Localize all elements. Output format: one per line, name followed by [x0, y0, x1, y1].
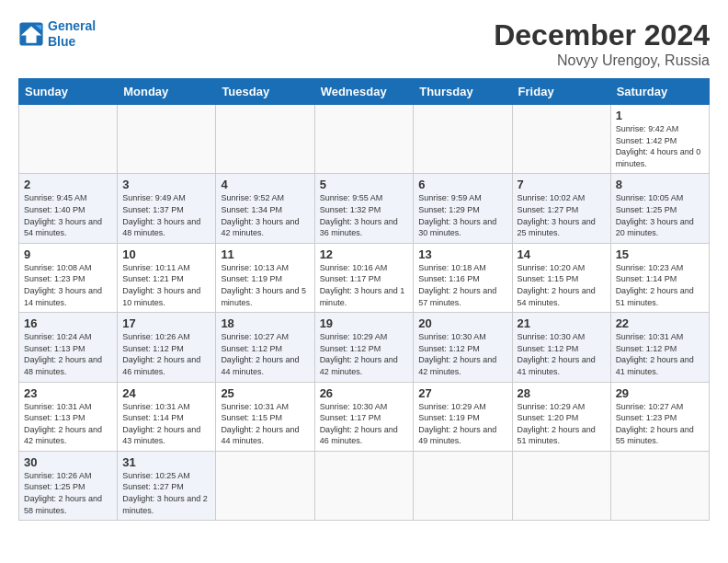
- day-of-week-header: Wednesday: [314, 79, 414, 105]
- day-info: Sunrise: 10:31 AMSunset: 1:13 PMDaylight…: [24, 401, 112, 447]
- day-info: Sunrise: 9:55 AMSunset: 1:32 PMDaylight:…: [320, 192, 409, 238]
- calendar-week-row: 16Sunrise: 10:24 AMSunset: 1:13 PMDaylig…: [19, 313, 710, 382]
- day-number: 5: [320, 178, 409, 191]
- calendar-cell: [216, 451, 314, 520]
- day-number: 27: [418, 386, 506, 400]
- calendar-cell: 16Sunrise: 10:24 AMSunset: 1:13 PMDaylig…: [19, 313, 118, 382]
- calendar-cell: 18Sunrise: 10:27 AMSunset: 1:12 PMDaylig…: [216, 313, 314, 382]
- day-number: 11: [221, 247, 309, 261]
- calendar-cell: 8Sunrise: 10:05 AMSunset: 1:25 PMDayligh…: [610, 174, 709, 243]
- day-info: Sunrise: 9:49 AMSunset: 1:37 PMDaylight:…: [122, 192, 210, 238]
- day-info: Sunrise: 9:42 AMSunset: 1:42 PMDaylight:…: [616, 123, 704, 169]
- day-info: Sunrise: 10:29 AMSunset: 1:19 PMDaylight…: [418, 401, 506, 447]
- day-number: 2: [24, 178, 112, 191]
- day-number: 9: [24, 247, 112, 261]
- calendar-cell: 2Sunrise: 9:45 AMSunset: 1:40 PMDaylight…: [19, 174, 118, 243]
- calendar-cell: 29Sunrise: 10:27 AMSunset: 1:23 PMDaylig…: [610, 382, 709, 451]
- calendar-cell: 31Sunrise: 10:25 AMSunset: 1:27 PMDaylig…: [118, 451, 216, 520]
- calendar-cell: 24Sunrise: 10:31 AMSunset: 1:14 PMDaylig…: [118, 382, 216, 451]
- day-of-week-header: Tuesday: [216, 79, 314, 105]
- day-info: Sunrise: 9:45 AMSunset: 1:40 PMDaylight:…: [24, 192, 112, 238]
- day-info: Sunrise: 10:30 AMSunset: 1:12 PMDaylight…: [518, 331, 606, 377]
- calendar-cell: [512, 451, 610, 520]
- day-number: 20: [418, 316, 506, 330]
- calendar-cell: 7Sunrise: 10:02 AMSunset: 1:27 PMDayligh…: [512, 174, 610, 243]
- day-info: Sunrise: 10:31 AMSunset: 1:14 PMDaylight…: [122, 401, 210, 447]
- calendar-cell: 9Sunrise: 10:08 AMSunset: 1:23 PMDayligh…: [19, 243, 118, 312]
- day-number: 17: [122, 316, 210, 330]
- calendar-cell: 26Sunrise: 10:30 AMSunset: 1:17 PMDaylig…: [314, 382, 414, 451]
- calendar-cell: 13Sunrise: 10:18 AMSunset: 1:16 PMDaylig…: [414, 243, 512, 312]
- day-info: Sunrise: 10:29 AMSunset: 1:12 PMDaylight…: [320, 331, 409, 377]
- calendar-cell: [314, 105, 414, 174]
- location: Novyy Urengoy, Russia: [494, 52, 710, 69]
- calendar-cell: 21Sunrise: 10:30 AMSunset: 1:12 PMDaylig…: [512, 313, 610, 382]
- day-info: Sunrise: 10:02 AMSunset: 1:27 PMDaylight…: [518, 192, 606, 238]
- calendar-cell: 22Sunrise: 10:31 AMSunset: 1:12 PMDaylig…: [610, 313, 709, 382]
- day-of-week-header: Saturday: [610, 79, 709, 105]
- day-number: 28: [518, 386, 606, 400]
- day-info: Sunrise: 10:31 AMSunset: 1:12 PMDaylight…: [616, 331, 704, 377]
- day-number: 14: [518, 247, 606, 261]
- day-number: 21: [518, 316, 606, 330]
- title-block: December 2024 Novyy Urengoy, Russia: [494, 18, 710, 69]
- calendar-week-row: 30Sunrise: 10:26 AMSunset: 1:25 PMDaylig…: [19, 451, 710, 520]
- day-info: Sunrise: 10:08 AMSunset: 1:23 PMDaylight…: [24, 262, 112, 308]
- day-info: Sunrise: 10:27 AMSunset: 1:23 PMDaylight…: [616, 401, 704, 447]
- calendar-week-row: 23Sunrise: 10:31 AMSunset: 1:13 PMDaylig…: [19, 382, 710, 451]
- day-info: Sunrise: 10:25 AMSunset: 1:27 PMDaylight…: [122, 470, 210, 516]
- calendar-week-row: 9Sunrise: 10:08 AMSunset: 1:23 PMDayligh…: [19, 243, 710, 312]
- day-of-week-header: Thursday: [414, 79, 512, 105]
- day-number: 22: [616, 316, 704, 330]
- calendar-cell: [610, 451, 709, 520]
- day-info: Sunrise: 10:30 AMSunset: 1:12 PMDaylight…: [418, 331, 506, 377]
- calendar-body: 1Sunrise: 9:42 AMSunset: 1:42 PMDaylight…: [19, 105, 710, 521]
- page-header: General Blue December 2024 Novyy Urengoy…: [18, 18, 710, 69]
- day-number: 7: [518, 178, 606, 191]
- day-info: Sunrise: 10:05 AMSunset: 1:25 PMDaylight…: [616, 192, 704, 238]
- day-info: Sunrise: 10:30 AMSunset: 1:17 PMDaylight…: [320, 401, 409, 447]
- calendar-cell: 12Sunrise: 10:16 AMSunset: 1:17 PMDaylig…: [314, 243, 414, 312]
- day-info: Sunrise: 9:59 AMSunset: 1:29 PMDaylight:…: [418, 192, 506, 238]
- day-number: 15: [616, 247, 704, 261]
- day-number: 29: [616, 386, 704, 400]
- day-info: Sunrise: 10:11 AMSunset: 1:21 PMDaylight…: [122, 262, 210, 308]
- calendar-week-row: 1Sunrise: 9:42 AMSunset: 1:42 PMDaylight…: [19, 105, 710, 174]
- day-info: Sunrise: 10:26 AMSunset: 1:12 PMDaylight…: [122, 331, 210, 377]
- day-info: Sunrise: 10:13 AMSunset: 1:19 PMDaylight…: [221, 262, 309, 308]
- day-number: 19: [320, 316, 409, 330]
- logo-line2: Blue: [48, 34, 75, 49]
- day-number: 26: [320, 386, 409, 400]
- calendar-cell: 1Sunrise: 9:42 AMSunset: 1:42 PMDaylight…: [610, 105, 709, 174]
- calendar-cell: [314, 451, 414, 520]
- day-info: Sunrise: 10:16 AMSunset: 1:17 PMDaylight…: [320, 262, 409, 308]
- calendar-cell: 11Sunrise: 10:13 AMSunset: 1:19 PMDaylig…: [216, 243, 314, 312]
- month-title: December 2024: [494, 18, 710, 52]
- calendar-cell: [414, 105, 512, 174]
- logo: General Blue: [18, 18, 96, 50]
- day-number: 23: [24, 386, 112, 400]
- calendar-cell: 20Sunrise: 10:30 AMSunset: 1:12 PMDaylig…: [414, 313, 512, 382]
- calendar-cell: 5Sunrise: 9:55 AMSunset: 1:32 PMDaylight…: [314, 174, 414, 243]
- day-info: Sunrise: 10:26 AMSunset: 1:25 PMDaylight…: [24, 470, 112, 516]
- day-number: 4: [221, 178, 309, 191]
- calendar-week-row: 2Sunrise: 9:45 AMSunset: 1:40 PMDaylight…: [19, 174, 710, 243]
- day-number: 31: [122, 455, 210, 469]
- day-info: Sunrise: 9:52 AMSunset: 1:34 PMDaylight:…: [221, 192, 309, 238]
- day-number: 12: [320, 247, 409, 261]
- day-of-week-header: Friday: [512, 79, 610, 105]
- day-number: 25: [221, 386, 309, 400]
- calendar-cell: 28Sunrise: 10:29 AMSunset: 1:20 PMDaylig…: [512, 382, 610, 451]
- calendar-cell: 10Sunrise: 10:11 AMSunset: 1:21 PMDaylig…: [118, 243, 216, 312]
- calendar-cell: [118, 105, 216, 174]
- day-of-week-header: Monday: [118, 79, 216, 105]
- calendar-cell: 3Sunrise: 9:49 AMSunset: 1:37 PMDaylight…: [118, 174, 216, 243]
- day-info: Sunrise: 10:29 AMSunset: 1:20 PMDaylight…: [518, 401, 606, 447]
- day-number: 18: [221, 316, 309, 330]
- calendar-cell: 14Sunrise: 10:20 AMSunset: 1:15 PMDaylig…: [512, 243, 610, 312]
- calendar-cell: 27Sunrise: 10:29 AMSunset: 1:19 PMDaylig…: [414, 382, 512, 451]
- day-of-week-header: Sunday: [19, 79, 118, 105]
- calendar: SundayMondayTuesdayWednesdayThursdayFrid…: [18, 78, 710, 521]
- calendar-cell: 19Sunrise: 10:29 AMSunset: 1:12 PMDaylig…: [314, 313, 414, 382]
- day-number: 16: [24, 316, 112, 330]
